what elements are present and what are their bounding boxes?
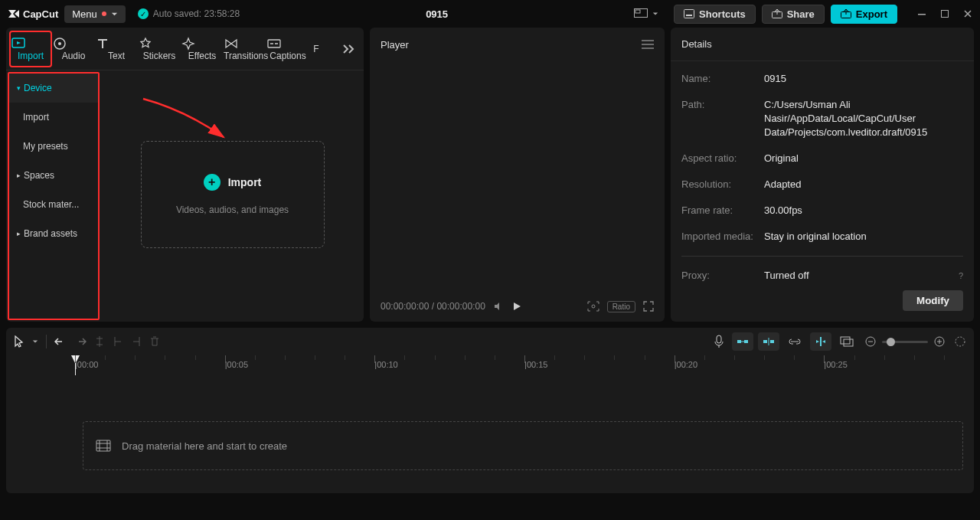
help-icon[interactable]: ? — [959, 269, 963, 283]
linkage-button[interactable] — [784, 332, 805, 351]
split-button[interactable] — [94, 335, 105, 348]
delete-button[interactable] — [149, 335, 160, 348]
fullscreen-button[interactable] — [643, 301, 654, 312]
ratio-badge[interactable]: Ratio — [607, 301, 635, 312]
share-icon — [772, 9, 782, 18]
tab-label: Stickers — [143, 51, 176, 61]
tab-import[interactable]: Import — [9, 31, 52, 67]
hamburger-icon — [642, 40, 654, 49]
tab-transitions[interactable]: Transitions — [224, 32, 266, 66]
tabs-scroll-right[interactable] — [342, 44, 356, 54]
sidebar-item-spaces[interactable]: ▸Spaces — [9, 161, 98, 190]
maximize-button[interactable] — [940, 9, 949, 18]
auto-snap-button[interactable] — [758, 332, 779, 351]
sidebar-item-stock-materials[interactable]: Stock mater... — [9, 190, 98, 219]
detail-label: Name: — [681, 72, 764, 86]
drop-hint-text: Drag material here and start to create — [122, 440, 287, 452]
tab-filters[interactable]: F — [309, 39, 323, 59]
zoom-handle[interactable] — [887, 338, 895, 346]
keyboard-icon — [684, 9, 694, 18]
zoom-in-button[interactable] — [934, 336, 945, 347]
trim-left-button[interactable] — [113, 335, 123, 348]
tab-label: Effects — [188, 51, 216, 61]
timeline-ruler[interactable]: |00:00 |00:05 |00:10 |00:15 |00:20 |00:2… — [6, 355, 974, 375]
details-body: Name:0915 Path:C:/Users/Usman Ali Nasir/… — [671, 61, 974, 290]
main-track-magnet-button[interactable] — [732, 332, 753, 351]
svg-rect-1 — [635, 10, 640, 13]
tab-effects[interactable]: Effects — [181, 32, 224, 66]
record-audio-button[interactable] — [714, 335, 724, 348]
ruler-tick: |00:15 — [524, 355, 675, 375]
detail-value: 30.00fps — [764, 204, 963, 217]
window-controls — [917, 9, 972, 18]
preview-axis-button[interactable] — [810, 332, 831, 351]
app-name: CapCut — [23, 8, 58, 20]
capcut-logo-icon — [8, 8, 20, 20]
tab-label: Audio — [62, 51, 86, 61]
trim-right-icon — [131, 335, 142, 348]
svg-rect-2 — [684, 10, 694, 18]
export-icon — [841, 9, 851, 18]
sidebar-item-label: Stock mater... — [23, 199, 79, 210]
play-button[interactable] — [511, 301, 522, 312]
svg-rect-17 — [770, 340, 774, 343]
detail-value: Original — [764, 152, 963, 165]
import-box-subtitle: Videos, audios, and images — [176, 204, 289, 215]
volume-button[interactable] — [493, 301, 504, 312]
layout-picker[interactable] — [634, 8, 658, 19]
time-total: 00:00:00:00 — [436, 301, 485, 312]
menu-button[interactable]: Menu — [64, 5, 126, 23]
split-icon — [94, 335, 105, 348]
zoom-out-icon — [865, 336, 876, 347]
undo-button[interactable] — [54, 336, 67, 347]
sidebar-item-device[interactable]: ▾Device — [9, 74, 98, 103]
check-icon: ✓ — [138, 8, 149, 19]
caret-down-icon: ▾ — [17, 84, 21, 92]
svg-rect-7 — [942, 11, 949, 18]
svg-rect-23 — [96, 440, 110, 451]
import-zone: + Import Videos, audios, and images — [101, 70, 364, 322]
sidebar-item-brand-assets[interactable]: ▸Brand assets — [9, 219, 98, 248]
zoom-fit-button[interactable] — [954, 336, 966, 347]
svg-rect-16 — [763, 340, 767, 343]
zoom-slider[interactable] — [882, 341, 928, 343]
player-menu-button[interactable] — [642, 40, 654, 49]
source-tabs: Import Audio Text Stickers Effects Trans… — [6, 28, 364, 70]
title-bar-right: Shortcuts Share Export — [674, 5, 972, 24]
svg-point-10 — [58, 42, 61, 45]
scale-button[interactable] — [587, 301, 599, 312]
export-button[interactable]: Export — [831, 5, 897, 24]
tab-label: Transitions — [224, 51, 268, 61]
zoom-fit-icon — [954, 336, 966, 347]
tool-dropdown[interactable] — [32, 338, 38, 345]
cover-button[interactable] — [836, 332, 858, 351]
import-drop-box[interactable]: + Import Videos, audios, and images — [141, 141, 325, 248]
shortcuts-button[interactable]: Shortcuts — [674, 5, 756, 24]
selection-tool[interactable] — [14, 335, 24, 348]
close-button[interactable] — [963, 9, 972, 18]
sidebar-item-import[interactable]: Import — [9, 103, 98, 132]
minimize-button[interactable] — [917, 9, 926, 18]
snap-icon — [763, 336, 775, 347]
ruler-tick: |00:00 — [75, 355, 225, 375]
redo-button[interactable] — [74, 336, 87, 347]
detail-value: Stay in original location — [764, 230, 963, 244]
sidebar-item-my-presets[interactable]: My presets — [9, 132, 98, 161]
project-title: 0915 — [246, 8, 628, 20]
detail-value: C:/Users/Usman Ali Nasir/AppData/Local/C… — [764, 98, 963, 139]
player-footer: 00:00:00:00 / 00:00:00:00 Ratio — [370, 291, 665, 322]
tab-audio[interactable]: Audio — [52, 32, 95, 66]
trim-right-button[interactable] — [131, 335, 142, 348]
tab-stickers[interactable]: Stickers — [138, 32, 181, 66]
share-button[interactable]: Share — [762, 5, 825, 24]
zoom-out-button[interactable] — [865, 336, 876, 347]
tab-text[interactable]: Text — [95, 32, 138, 66]
tab-captions[interactable]: Captions — [266, 32, 309, 66]
detail-value: Turned off — [764, 270, 809, 281]
timeline-drop-zone[interactable]: Drag material here and start to create — [83, 421, 963, 470]
player-viewport[interactable] — [370, 61, 665, 291]
trim-left-icon — [113, 335, 123, 348]
layout-icon — [634, 8, 648, 19]
filmstrip-icon — [96, 440, 111, 452]
modify-button[interactable]: Modify — [903, 290, 963, 311]
